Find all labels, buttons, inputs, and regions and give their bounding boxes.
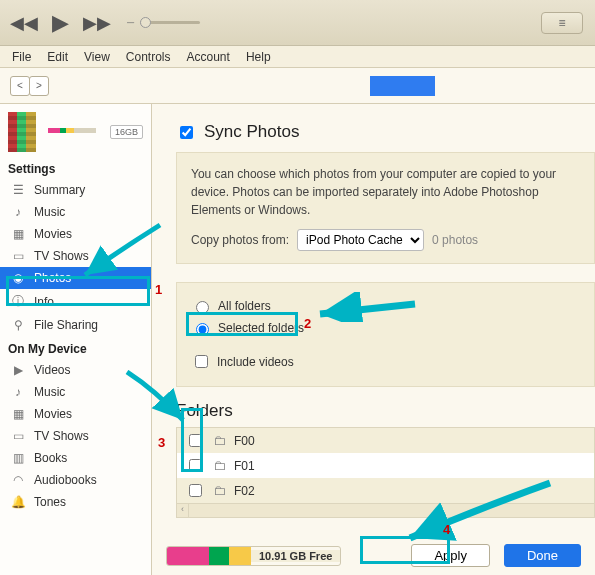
folder-row[interactable]: 🗀 F02 [177,478,594,503]
all-folders-radio[interactable] [196,301,209,314]
folder-scrollbar[interactable]: ‹ [177,503,594,517]
sidebar-item-music2[interactable]: ♪Music [0,381,151,403]
sidebar-item-audiobooks[interactable]: ◠Audiobooks [0,469,151,491]
apply-button[interactable]: Apply [411,544,490,567]
film-icon: ▦ [10,407,26,421]
titlebar: ◀◀ ▶ ▶▶ ─ ≡ [0,0,595,46]
sidebar-item-movies2[interactable]: ▦Movies [0,403,151,425]
menu-controls[interactable]: Controls [120,48,177,66]
menu-help[interactable]: Help [240,48,277,66]
done-button[interactable]: Done [504,544,581,567]
folder-checkbox[interactable] [189,459,202,472]
option-selected-folders[interactable]: Selected folders [191,317,580,339]
sidebar-item-summary[interactable]: ☰Summary [0,179,151,201]
music-icon: ♪ [10,205,26,219]
sidebar-item-photos[interactable]: ◉Photos [0,267,151,289]
include-videos-checkbox[interactable] [195,355,208,368]
folder-icon: 🗀 [213,483,226,498]
volume-control[interactable]: ─ [127,17,200,28]
selected-folders-radio[interactable] [196,323,209,336]
sync-photos-title: Sync Photos [176,122,595,142]
free-space-label: 10.91 GB Free [251,550,340,562]
device-thumbnail-icon [8,112,36,152]
folders-header: Folders [176,401,595,421]
menubar: File Edit View Controls Account Help [0,46,595,68]
menu-file[interactable]: File [6,48,37,66]
play-button[interactable]: ▶ [52,10,69,36]
sidebar-item-tvshows[interactable]: ▭TV Shows [0,245,151,267]
tv-icon: ▭ [10,429,26,443]
storage-bar: 10.91 GB Free [166,546,341,566]
copy-from-label: Copy photos from: [191,231,289,249]
nav-row: < > [0,68,595,104]
film-icon: ▦ [10,227,26,241]
playback-controls: ◀◀ ▶ ▶▶ [10,10,111,36]
headphones-icon: ◠ [10,473,26,487]
list-icon: ☰ [10,183,26,197]
forward-button[interactable]: ▶▶ [83,12,111,34]
menu-view[interactable]: View [78,48,116,66]
camera-icon: ◉ [10,271,26,285]
folder-row[interactable]: 🗀 F01 [177,453,594,478]
music-icon: ♪ [10,385,26,399]
nav-forward-button[interactable]: > [29,76,49,96]
sidebar-item-movies[interactable]: ▦Movies [0,223,151,245]
device-name-redacted [370,76,435,96]
share-icon: ⚲ [10,318,26,332]
folder-list: 🗀 F00 🗀 F01 🗀 F02 ‹ [176,427,595,518]
tv-icon: ▭ [10,249,26,263]
footer-bar: 10.91 GB Free Apply Done [166,544,581,567]
rewind-button[interactable]: ◀◀ [10,12,38,34]
info-icon: ⓘ [10,293,26,310]
device-header: 16GB [0,108,151,156]
option-all-folders[interactable]: All folders [191,295,580,317]
sidebar-item-tvshows2[interactable]: ▭TV Shows [0,425,151,447]
sidebar-item-filesharing[interactable]: ⚲File Sharing [0,314,151,336]
sidebar-header-ondevice: On My Device [0,336,151,359]
sidebar-item-books[interactable]: ▥Books [0,447,151,469]
folder-checkbox[interactable] [189,434,202,447]
sync-photos-checkbox[interactable] [180,126,193,139]
copy-from-select[interactable]: iPod Photo Cache [297,229,424,251]
menu-account[interactable]: Account [181,48,236,66]
device-capacity-bar [48,128,96,133]
sidebar-item-music[interactable]: ♪Music [0,201,151,223]
sidebar-header-settings: Settings [0,156,151,179]
sidebar-item-videos[interactable]: ▶Videos [0,359,151,381]
folder-row[interactable]: 🗀 F00 [177,428,594,453]
photo-count: 0 photos [432,231,478,249]
bell-icon: 🔔 [10,495,26,509]
include-videos-row[interactable]: Include videos [191,349,580,374]
sidebar: 16GB Settings ☰Summary ♪Music ▦Movies ▭T… [0,104,152,575]
sidebar-item-tones[interactable]: 🔔Tones [0,491,151,513]
folder-icon: 🗀 [213,458,226,473]
folder-icon: 🗀 [213,433,226,448]
sidebar-item-info[interactable]: ⓘInfo [0,289,151,314]
folder-checkbox[interactable] [189,484,202,497]
menu-edit[interactable]: Edit [41,48,74,66]
nav-back-button[interactable]: < [10,76,30,96]
video-icon: ▶ [10,363,26,377]
book-icon: ▥ [10,451,26,465]
sync-description-text: You can choose which photos from your co… [191,165,580,219]
content-pane: Sync Photos You can choose which photos … [152,104,595,575]
sync-description-box: You can choose which photos from your co… [176,152,595,264]
folder-options-box: All folders Selected folders Include vid… [176,282,595,387]
list-menu-button[interactable]: ≡ [541,12,583,34]
device-capacity-badge: 16GB [110,125,143,139]
